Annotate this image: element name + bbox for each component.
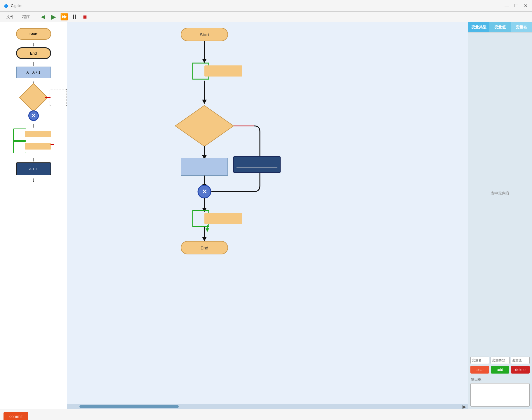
arrow-4: ↓ [32, 122, 35, 129]
svg-rect-5 [204, 65, 242, 77]
arrow-2: ↓ [32, 60, 35, 67]
lp-dark-rect-node[interactable]: A + 1 [16, 162, 51, 175]
var-name-cell: 变量名 [470, 357, 489, 364]
fast-forward-button[interactable]: ⏩ [60, 13, 68, 21]
svg-text:✕: ✕ [202, 188, 207, 195]
arrow-6: ↓ [32, 176, 35, 183]
header-varvalue: 变量值 [489, 22, 511, 32]
svg-marker-3 [202, 59, 207, 63]
lp-merge-area: ✕ [16, 110, 51, 121]
var-type-cell: 变量类型 [491, 357, 510, 364]
left-panel: Start ↓ End ↓ A = A + 1 ↓ [0, 22, 67, 409]
svg-text:Start: Start [200, 32, 209, 37]
lp-end-node[interactable]: End [16, 47, 51, 59]
menu-item-program[interactable]: 程序 [19, 13, 33, 21]
canvas-container: Start [67, 22, 468, 409]
svg-rect-13 [234, 157, 280, 173]
add-button[interactable]: add [491, 366, 510, 374]
main-container: Start ↓ End ↓ A = A + 1 ↓ [0, 22, 532, 409]
lp-start-node[interactable]: Start [16, 28, 51, 40]
back-button[interactable]: ◄ [39, 13, 47, 21]
maximize-button[interactable]: ☐ [513, 3, 519, 9]
svg-marker-25 [206, 228, 209, 232]
canvas-horizontal-scrollbar[interactable]: ▶ [67, 404, 468, 409]
arrow-5: ↓ [32, 156, 35, 162]
right-panel-header: 变量类型 变量值 变量名 [468, 22, 532, 32]
scrollbar-thumb[interactable] [79, 405, 179, 408]
var-input-row: 变量名 变量类型 变量值 [470, 357, 530, 364]
right-panel: 变量类型 变量值 变量名 表中无内容 变量名 变量类型 变量值 clear ad… [468, 22, 532, 409]
svg-marker-7 [202, 100, 207, 104]
pause-button[interactable]: ⏸ [70, 13, 79, 21]
svg-marker-8 [175, 105, 234, 146]
lp-assign-node[interactable]: A = A + 1 [16, 67, 51, 78]
canvas-area[interactable]: Start [67, 22, 468, 404]
table-empty-text: 表中无内容 [468, 32, 532, 354]
app-title: Cigsim [11, 4, 502, 8]
svg-text:End: End [201, 245, 208, 250]
title-bar: 🔷 Cigsim — ☐ ✕ [0, 0, 532, 12]
delete-button[interactable]: delete [511, 366, 530, 374]
svg-rect-12 [181, 158, 228, 176]
minimize-button[interactable]: — [504, 3, 510, 9]
lp-merge-node[interactable]: ✕ [28, 110, 39, 121]
close-button[interactable]: ✕ [523, 3, 528, 9]
flowchart-svg: Start [67, 22, 301, 300]
arrow-1: ↓ [32, 41, 35, 47]
action-buttons: clear add delete [470, 366, 530, 374]
output-label: 输出框 [470, 376, 530, 383]
menu-item-file[interactable]: 文件 [4, 13, 17, 21]
clear-button[interactable]: clear [470, 366, 489, 374]
stop-button[interactable]: ■ [81, 13, 89, 21]
menu-toolbar-bar: 文件 程序 ◄ ▶ ⏩ ⏸ ■ [0, 12, 532, 22]
window-controls: — ☐ ✕ [504, 3, 528, 9]
svg-marker-27 [202, 237, 207, 241]
lp-diamond-node[interactable] [16, 86, 51, 109]
output-box[interactable] [470, 383, 530, 407]
var-value-cell: 变量值 [511, 357, 530, 364]
scroll-right-arrow[interactable]: ▶ [461, 404, 467, 409]
app-icon: 🔷 [4, 4, 8, 8]
bottom-bar: commit [0, 409, 532, 420]
commit-button[interactable]: commit [4, 412, 28, 420]
right-panel-bottom: 变量名 变量类型 变量值 clear add delete 输出框 [468, 354, 532, 409]
svg-rect-23 [204, 213, 242, 224]
play-button[interactable]: ▶ [49, 13, 58, 21]
header-vartype: 变量类型 [468, 22, 489, 32]
lp-io-node[interactable] [13, 129, 54, 155]
svg-marker-21 [202, 208, 207, 212]
toolbar: ◄ ▶ ⏩ ⏸ ■ [35, 11, 93, 22]
header-varname: 变量名 [511, 22, 532, 32]
